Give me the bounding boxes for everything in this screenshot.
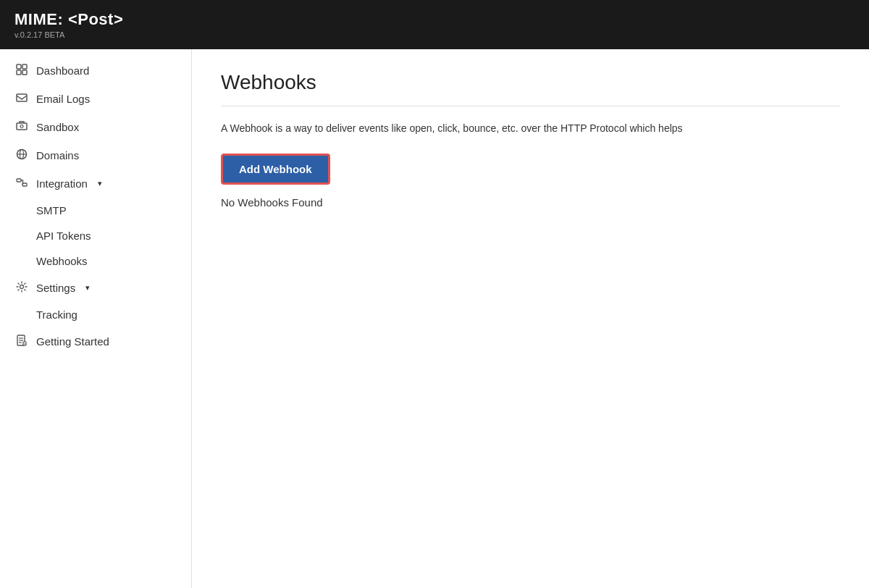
app-header: MIME: <Post> v.0.2.17 BETA bbox=[0, 0, 869, 49]
sidebar-item-email-logs[interactable]: Email Logs bbox=[0, 85, 191, 113]
sidebar-item-label: Dashboard bbox=[36, 64, 89, 77]
svg-rect-2 bbox=[17, 70, 21, 75]
sidebar-item-domains[interactable]: Domains bbox=[0, 141, 191, 169]
empty-state-message: No Webhooks Found bbox=[221, 196, 840, 209]
svg-point-12 bbox=[20, 285, 24, 289]
app-version: v.0.2.17 BETA bbox=[14, 30, 855, 39]
integration-chevron-icon: ▾ bbox=[98, 179, 102, 188]
svg-rect-0 bbox=[17, 64, 21, 69]
main-content: Webhooks A Webhook is a way to deliver e… bbox=[192, 49, 869, 588]
sidebar-sub-label: API Tokens bbox=[36, 230, 91, 242]
layout: Dashboard Email Logs Sandbox bbox=[0, 49, 869, 588]
divider bbox=[221, 106, 840, 106]
sidebar-sub-label: Webhooks bbox=[36, 255, 88, 267]
svg-rect-3 bbox=[22, 70, 27, 75]
svg-rect-4 bbox=[17, 94, 27, 101]
app-title: MIME: <Post> bbox=[14, 10, 855, 29]
getting-started-icon bbox=[14, 335, 29, 348]
sidebar-item-label: Email Logs bbox=[36, 93, 90, 105]
sidebar-item-label: Getting Started bbox=[36, 335, 109, 348]
sidebar: Dashboard Email Logs Sandbox bbox=[0, 49, 192, 588]
sidebar-item-dashboard[interactable]: Dashboard bbox=[0, 56, 191, 85]
domains-icon bbox=[14, 148, 29, 162]
page-title: Webhooks bbox=[221, 71, 840, 94]
sidebar-item-settings[interactable]: Settings ▾ bbox=[0, 274, 191, 302]
svg-point-6 bbox=[20, 125, 23, 128]
email-logs-icon bbox=[14, 92, 29, 106]
settings-icon bbox=[14, 281, 29, 295]
svg-rect-1 bbox=[22, 64, 27, 69]
sidebar-item-label: Settings bbox=[36, 282, 75, 294]
svg-rect-5 bbox=[17, 123, 27, 130]
svg-rect-10 bbox=[17, 179, 21, 182]
sidebar-sub-item-webhooks[interactable]: Webhooks bbox=[0, 248, 191, 274]
dashboard-icon bbox=[14, 64, 29, 77]
sidebar-sub-label: Tracking bbox=[36, 308, 77, 321]
sidebar-item-integration[interactable]: Integration ▾ bbox=[0, 169, 191, 198]
add-webhook-button[interactable]: Add Webhook bbox=[221, 154, 330, 185]
integration-icon bbox=[14, 177, 29, 190]
page-description: A Webhook is a way to deliver events lik… bbox=[221, 121, 840, 136]
sidebar-item-label: Integration bbox=[36, 177, 88, 190]
sidebar-item-label: Sandbox bbox=[36, 121, 79, 133]
sidebar-sub-item-api-tokens[interactable]: API Tokens bbox=[0, 223, 191, 248]
sidebar-sub-item-tracking[interactable]: Tracking bbox=[0, 302, 191, 327]
sidebar-item-sandbox[interactable]: Sandbox bbox=[0, 113, 191, 141]
sidebar-sub-label: SMTP bbox=[36, 204, 67, 217]
sidebar-sub-item-smtp[interactable]: SMTP bbox=[0, 198, 191, 223]
sidebar-item-label: Domains bbox=[36, 149, 79, 161]
sidebar-item-getting-started[interactable]: Getting Started bbox=[0, 327, 191, 356]
settings-chevron-icon: ▾ bbox=[85, 283, 90, 293]
sandbox-icon bbox=[14, 120, 29, 134]
